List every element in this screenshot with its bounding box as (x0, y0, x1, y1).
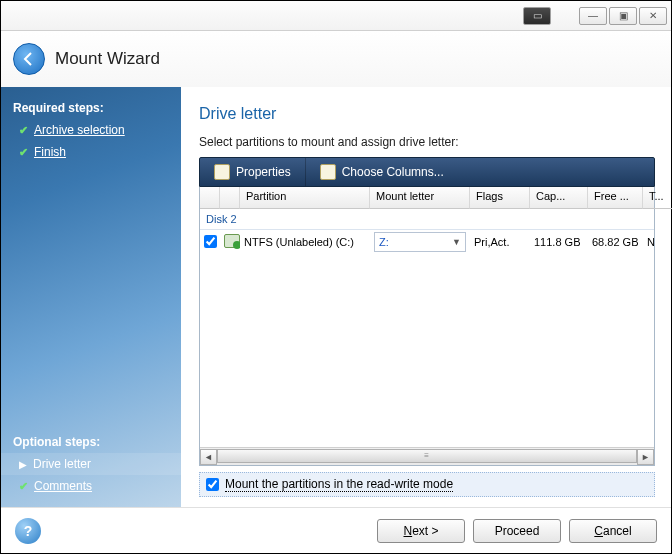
check-icon: ✔ (19, 480, 28, 493)
main-panel: Drive letter Select partitions to mount … (181, 87, 671, 507)
back-button[interactable] (13, 43, 45, 75)
cell-free: 68.82 GB (588, 236, 643, 248)
mount-wizard-window: ▭ — ▣ ✕ Mount Wizard Required steps: ✔ A… (0, 0, 672, 554)
col-icon (220, 187, 240, 209)
check-icon: ✔ (19, 146, 28, 159)
read-write-checkbox[interactable] (206, 478, 219, 491)
row-checkbox[interactable] (204, 235, 217, 248)
proceed-button[interactable]: Proceed (473, 519, 561, 543)
horizontal-scrollbar[interactable]: ◄ ≡ ► (200, 447, 654, 465)
wizard-title: Mount Wizard (55, 49, 160, 69)
sidebar-item-label: Comments (34, 479, 92, 493)
columns-icon (320, 164, 336, 180)
scroll-left-button[interactable]: ◄ (200, 449, 217, 465)
cell-type: NTFS (643, 236, 654, 248)
drive-icon (224, 234, 240, 248)
instruction-text: Select partitions to mount and assign dr… (199, 135, 655, 149)
properties-label: Properties (236, 165, 291, 179)
col-flags[interactable]: Flags (470, 187, 530, 209)
properties-button[interactable]: Properties (200, 158, 306, 186)
page-title: Drive letter (199, 105, 655, 123)
disk-group: Disk 2 (200, 209, 654, 230)
cell-flags: Pri,Act. (470, 236, 530, 248)
choose-columns-button[interactable]: Choose Columns... (306, 158, 654, 186)
mount-letter-value: Z: (379, 236, 389, 248)
optional-steps-heading: Optional steps: (1, 431, 181, 453)
col-capacity[interactable]: Cap... (530, 187, 588, 209)
arrow-left-icon (21, 51, 37, 67)
help-button[interactable]: ? (15, 518, 41, 544)
scroll-track[interactable]: ≡ (217, 449, 637, 465)
minimize-button[interactable]: — (579, 7, 607, 25)
sidebar: Required steps: ✔ Archive selection ✔ Fi… (1, 87, 181, 507)
col-partition[interactable]: Partition (240, 187, 370, 209)
column-headers: Partition Mount letter Flags Cap... Free… (200, 187, 654, 209)
arrow-right-icon: ▶ (19, 459, 27, 470)
sidebar-item-label: Archive selection (34, 123, 125, 137)
properties-icon (214, 164, 230, 180)
choose-columns-label: Choose Columns... (342, 165, 444, 179)
col-checkbox[interactable] (200, 187, 220, 209)
mount-letter-dropdown[interactable]: Z: ▼ (374, 232, 466, 252)
col-mount-letter[interactable]: Mount letter (370, 187, 470, 209)
read-write-label: Mount the partitions in the read-write m… (225, 477, 453, 492)
sidebar-item-comments[interactable]: ✔ Comments (1, 475, 181, 497)
col-free[interactable]: Free ... (588, 187, 643, 209)
header: Mount Wizard (1, 31, 671, 87)
table-toolbar: Properties Choose Columns... (199, 157, 655, 187)
chevron-down-icon: ▼ (452, 237, 461, 247)
next-button[interactable]: Next > (377, 519, 465, 543)
cancel-button[interactable]: Cancel (569, 519, 657, 543)
scroll-thumb[interactable]: ≡ (217, 449, 637, 463)
sidebar-item-label: Finish (34, 145, 66, 159)
sidebar-item-finish[interactable]: ✔ Finish (1, 141, 181, 163)
footer: ? Next > Proceed Cancel (1, 507, 671, 553)
scroll-right-button[interactable]: ► (637, 449, 654, 465)
titlebar: ▭ — ▣ ✕ (1, 1, 671, 31)
titlebar-icon: ▭ (523, 7, 551, 25)
maximize-button[interactable]: ▣ (609, 7, 637, 25)
check-icon: ✔ (19, 124, 28, 137)
table-body: Disk 2 NTFS (Unlabeled) (C:) Z: ▼ Pri,Ac… (200, 209, 654, 447)
sidebar-item-label: Drive letter (33, 457, 91, 471)
sidebar-item-archive-selection[interactable]: ✔ Archive selection (1, 119, 181, 141)
sidebar-item-drive-letter[interactable]: ▶ Drive letter (1, 453, 181, 475)
partition-table: Partition Mount letter Flags Cap... Free… (199, 187, 655, 466)
read-write-option[interactable]: Mount the partitions in the read-write m… (199, 472, 655, 497)
cell-partition: NTFS (Unlabeled) (C:) (240, 236, 370, 248)
required-steps-heading: Required steps: (1, 97, 181, 119)
cell-capacity: 111.8 GB (530, 236, 588, 248)
close-button[interactable]: ✕ (639, 7, 667, 25)
col-type[interactable]: T... (643, 187, 672, 209)
table-row[interactable]: NTFS (Unlabeled) (C:) Z: ▼ Pri,Act. 111.… (200, 230, 654, 254)
